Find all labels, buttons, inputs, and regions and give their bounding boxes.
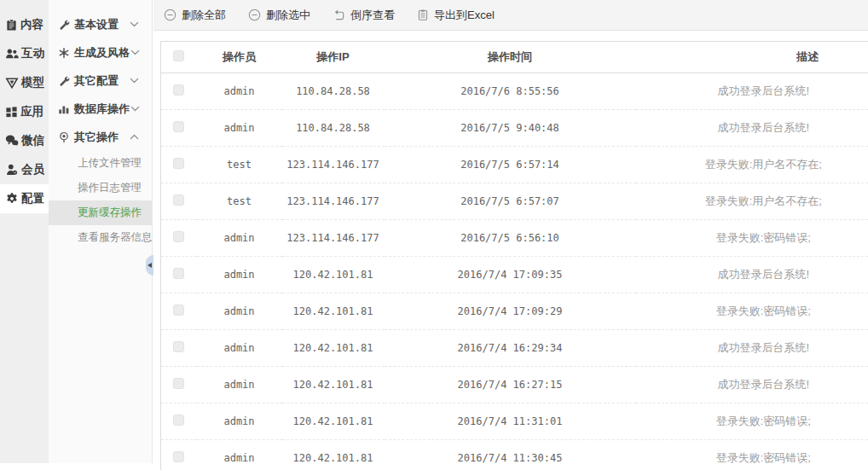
checkbox-cell (161, 403, 197, 440)
grid-icon (5, 106, 18, 119)
member-icon (5, 163, 19, 177)
menu-item-label: 生成及风格 (74, 45, 130, 61)
description-cell: 登录失败:用户名不存在; (636, 183, 868, 220)
operator-cell: test (197, 183, 282, 220)
description-cell: 登录失败:密码错误; (636, 403, 868, 440)
checkbox-cell (161, 293, 197, 330)
sidebar-item-model[interactable]: 模型 (0, 68, 49, 97)
wrench-icon (58, 75, 70, 87)
checkbox-cell (161, 440, 197, 470)
sidebar-item-label: 模型 (21, 75, 44, 90)
table-row: test123.114.146.1772016/7/5 6:57:07登录失败:… (161, 183, 868, 220)
sidebar-item-wechat[interactable]: 微信 (0, 126, 49, 155)
row-checkbox[interactable] (173, 268, 184, 279)
submenu-item-upload-file-mgmt[interactable]: 上传文件管理 (49, 151, 152, 176)
operator-cell: admin (197, 220, 282, 257)
clipboard-icon (5, 19, 18, 32)
header-checkbox-cell (161, 42, 197, 73)
sidebar-item-interaction[interactable]: 互动 (0, 39, 49, 68)
table-row: admin120.42.101.812016/7/4 17:09:35成功登录后… (161, 257, 868, 293)
export-excel-button[interactable]: 导出到Excel (417, 8, 495, 23)
operator-cell: admin (197, 367, 282, 403)
toolbar-button-label: 删除选中 (266, 8, 310, 23)
row-checkbox[interactable] (173, 84, 184, 96)
checkbox-cell (161, 110, 197, 147)
menu-item-other-config[interactable]: 其它配置 (49, 67, 152, 95)
table-row: admin123.114.146.1772016/7/5 6:56:10登录失败… (161, 220, 868, 257)
location-pin-icon (58, 131, 70, 143)
operator-cell: admin (197, 440, 282, 470)
operator-cell: admin (197, 403, 282, 440)
checkbox-cell (161, 257, 197, 293)
row-checkbox[interactable] (173, 231, 184, 242)
checkbox-cell (161, 367, 197, 403)
sidebar-item-member[interactable]: 会员 (0, 155, 49, 184)
reverse-order-icon (333, 9, 345, 21)
ip-cell: 120.42.101.81 (282, 330, 385, 367)
table-row: test123.114.146.1772016/7/5 6:57:14登录失败:… (161, 147, 868, 183)
page: { "sidebar": { "items": [ { "id": "conte… (0, 0, 868, 470)
flower-icon (58, 47, 70, 59)
ip-cell: 123.114.146.177 (282, 183, 385, 220)
row-checkbox[interactable] (173, 305, 184, 316)
wrench-icon (58, 19, 70, 31)
menu-item-label: 数据库操作 (74, 102, 130, 117)
menu-item-basic-settings[interactable]: 基本设置 (49, 10, 152, 38)
sidebar-item-label: 内容 (20, 17, 43, 32)
secondary-sidebar: 基本设置生成及风格其它配置数据库操作其它操作上传文件管理操作日志管理更新缓存操作… (49, 0, 153, 463)
gear-icon (5, 192, 19, 206)
collapse-sidebar-handle[interactable] (146, 255, 153, 276)
time-cell: 2016/7/4 16:27:15 (385, 367, 636, 403)
table-row: admin120.42.101.812016/7/4 16:27:15成功登录后… (161, 367, 868, 403)
users-icon (5, 47, 19, 61)
chevron-down-icon (129, 75, 140, 86)
sidebar-item-application[interactable]: 应用 (0, 97, 49, 126)
row-checkbox[interactable] (173, 194, 184, 206)
collapse-arrow-icon (148, 263, 152, 268)
sidebar-item-config[interactable]: 配置 (0, 184, 49, 213)
delete-selected-button[interactable]: 删除选中 (248, 8, 310, 23)
ip-cell: 123.114.146.177 (282, 147, 385, 183)
time-cell: 2016/7/4 16:29:34 (385, 330, 636, 367)
chevron-up-icon (129, 131, 140, 142)
sidebar-item-label: 配置 (21, 191, 44, 206)
export-document-icon (417, 9, 429, 21)
row-checkbox[interactable] (173, 378, 184, 389)
description-cell: 登录失败:密码错误; (636, 440, 868, 470)
sidebar-item-content[interactable]: 内容 (0, 10, 49, 39)
description-cell: 成功登录后台系统! (636, 73, 868, 110)
row-checkbox[interactable] (173, 158, 184, 169)
delete-all-button[interactable]: 删除全部 (164, 8, 226, 23)
main-content: 删除全部删除选中倒序查看导出到Excel 操作员操作IP操作时间描述 admin… (153, 0, 868, 470)
time-cell: 2016/7/5 6:57:14 (385, 147, 636, 183)
menu-item-other-ops[interactable]: 其它操作 (49, 123, 152, 151)
ip-cell: 120.42.101.81 (282, 367, 385, 403)
submenu-item-operation-log-mgmt[interactable]: 操作日志管理 (49, 176, 152, 200)
submenu-item-update-cache[interactable]: 更新缓存操作 (49, 200, 152, 225)
row-checkbox[interactable] (173, 415, 184, 426)
time-cell: 2016/7/4 11:31:01 (385, 403, 636, 440)
operator-cell: test (197, 147, 282, 183)
sidebar-item-label: 应用 (20, 104, 43, 119)
table-row: admin120.42.101.812016/7/4 16:29:34成功登录后… (161, 330, 868, 367)
table-row: admin120.42.101.812016/7/4 11:31:01登录失败:… (161, 403, 868, 440)
checkbox-cell (161, 147, 197, 183)
operator-cell: admin (197, 293, 282, 330)
operator-cell: admin (197, 330, 282, 367)
row-checkbox[interactable] (173, 341, 184, 352)
reverse-order-button[interactable]: 倒序查看 (333, 8, 395, 23)
menu-item-label: 基本设置 (74, 17, 119, 32)
submenu-item-view-server-info[interactable]: 查看服务器信息 (49, 225, 152, 250)
row-checkbox[interactable] (173, 121, 184, 132)
row-checkbox[interactable] (173, 451, 184, 462)
description-cell: 成功登录后台系统! (636, 110, 868, 147)
ip-cell: 110.84.28.58 (282, 73, 385, 110)
sidebar-item-label: 会员 (21, 162, 44, 177)
menu-item-database-ops[interactable]: 数据库操作 (49, 95, 152, 123)
operation-log-table: 操作员操作IP操作时间描述 admin110.84.28.582016/7/6 … (160, 41, 868, 470)
select-all-checkbox[interactable] (173, 50, 184, 61)
table-header: 操作员操作IP操作时间描述 (161, 42, 868, 73)
toolbar-button-label: 导出到Excel (434, 8, 495, 23)
menu-item-generate-style[interactable]: 生成及风格 (49, 38, 152, 67)
ip-cell: 120.42.101.81 (282, 440, 385, 470)
